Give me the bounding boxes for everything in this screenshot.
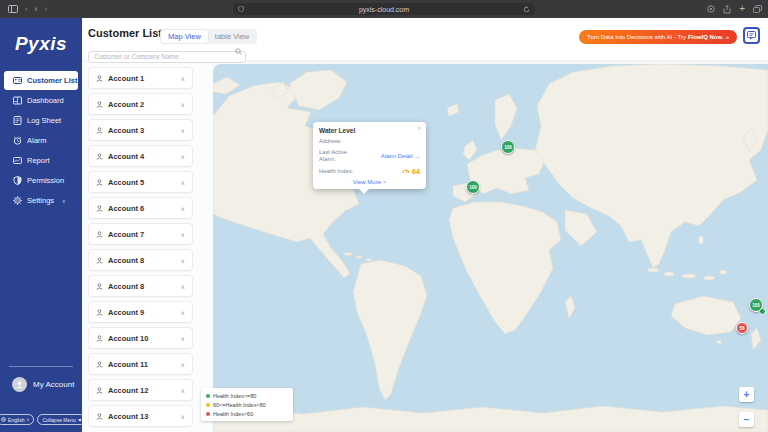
sidebar-item-customer-list[interactable]: Customer List [4,71,78,90]
legend-dot-red [206,412,210,416]
account-row[interactable]: Account 6∧ [88,197,193,219]
map-marker-cluster[interactable]: 100 [749,298,763,312]
privacy-report-icon[interactable] [707,5,715,13]
double-chevron-icon: » [726,34,729,40]
account-row[interactable]: Account 5∧ [88,171,193,193]
alarm-clock-icon [13,136,22,145]
sidebar-item-settings[interactable]: Settings ∨ [4,191,78,210]
user-icon [96,335,103,342]
account-name: Account 8 [108,282,144,291]
account-name: Account 1 [108,74,144,83]
gauge-icon [402,168,410,174]
map-marker-cluster[interactable]: 58 [736,322,748,334]
search-icon[interactable] [235,48,242,55]
map-marker-cluster[interactable]: 100 [501,140,515,154]
app-window: Pyxis Customer List Dashboard Log Sheet … [0,18,768,432]
account-row[interactable]: Account 1∧ [88,67,193,89]
sidebar-item-permission[interactable]: Permission [4,171,78,190]
flowiq-assistant-button[interactable] [743,27,760,44]
flowiq-promo-button[interactable]: Turn Data Into Decisions with AI - Try F… [579,30,737,44]
close-icon[interactable]: × [417,125,421,131]
forward-icon[interactable]: › [45,5,48,14]
sidebar-item-alarm[interactable]: Alarm [4,131,78,150]
sidebar-item-dashboard[interactable]: Dashboard [4,91,78,110]
map-view[interactable]: 100 100 100 58 Water Level × Address: La… [213,64,768,432]
account-name: Account 10 [108,334,148,343]
back-icon[interactable]: ‹ [35,5,38,14]
chevron-icon[interactable]: ∨ [181,101,185,108]
user-icon [96,75,103,82]
new-tab-icon[interactable]: + [739,4,745,14]
account-row[interactable]: Account 8∨ [88,249,193,271]
account-name: Account 7 [108,230,144,239]
avatar [12,377,27,392]
main-content: Customer List(99) Map View table View Tu… [82,18,768,432]
account-row[interactable]: Account 8∧ [88,275,193,297]
legend-dot-yellow [206,403,210,407]
my-account-label: My Account [33,380,74,389]
collapse-menu-label: Collapse Menu [42,417,75,423]
chevron-icon[interactable]: ∧ [181,283,185,290]
shield-icon [13,176,22,185]
collapse-menu-button[interactable]: Collapse Menu ◀ [37,414,85,425]
map-marker-cluster[interactable]: 100 [466,180,480,194]
browser-chrome: ▾ ‹ › pyxis-cloud.com + [0,0,768,18]
url-bar[interactable]: pyxis-cloud.com [233,3,535,15]
chevron-icon[interactable]: ∧ [181,309,185,316]
sidebar-item-report[interactable]: Report [4,151,78,170]
alarm-detail-link[interactable]: Alarm Detail → [381,153,420,159]
sidebar-item-label: Customer List [27,76,77,85]
zoom-out-button[interactable]: − [739,412,754,427]
dashboard-icon [13,96,22,105]
sidebar-item-label: Settings [27,196,54,205]
account-row[interactable]: Account 9∧ [88,301,193,323]
account-row[interactable]: Account 10∧ [88,327,193,349]
reload-icon[interactable] [523,6,530,13]
promo-text: Turn Data Into Decisions with AI - Try [587,34,686,40]
user-icon [96,127,103,134]
user-icon [96,413,103,420]
chevron-icon[interactable]: ∧ [181,179,185,186]
account-row[interactable]: Account 11∧ [88,353,193,375]
chevron-down-icon[interactable]: ▾ [25,7,28,12]
chevron-icon[interactable]: ∧ [181,205,185,212]
zoom-in-button[interactable]: + [739,387,754,402]
user-icon [96,361,103,368]
sidebar-item-log-sheet[interactable]: Log Sheet [4,111,78,130]
view-more-link[interactable]: View More > [319,179,420,185]
share-icon[interactable] [723,5,731,14]
account-row[interactable]: Account 13∨ [88,405,193,427]
chevron-icon[interactable]: ∧ [181,387,185,394]
account-row[interactable]: Account 12∧ [88,379,193,401]
sidebar-toggle-icon[interactable] [8,5,18,13]
chevron-down-icon: ∨ [27,417,30,422]
health-index-value: 64 [412,167,420,176]
chevron-icon[interactable]: ∧ [181,335,185,342]
tab-table-view[interactable]: table View [208,30,256,43]
chevron-icon[interactable]: ∨ [181,413,185,420]
tab-map-view[interactable]: Map View [161,30,208,43]
address-label: Address: [319,138,342,145]
chat-bubble-icon [747,31,756,40]
tab-overview-icon[interactable] [753,5,762,13]
language-selector[interactable]: English ∨ [0,414,34,425]
chevron-icon[interactable]: ∧ [181,361,185,368]
user-icon [96,257,103,264]
account-row[interactable]: Account 3∧ [88,119,193,141]
account-row[interactable]: Account 7∧ [88,223,193,245]
site-permission-icon [238,6,244,12]
chevron-icon[interactable]: ∧ [181,153,185,160]
legend-item: Health Index<60 [206,409,288,418]
my-account-button[interactable]: My Account [0,377,82,392]
chevron-icon[interactable]: ∧ [181,231,185,238]
sidebar-divider [9,366,73,367]
promo-text-bold: FlowIQ Now. [688,34,724,40]
chevron-icon[interactable]: ∧ [181,127,185,134]
account-row[interactable]: Account 4∧ [88,145,193,167]
account-row[interactable]: Account 2∨ [88,93,193,115]
search-input[interactable] [88,51,246,63]
chevron-icon[interactable]: ∧ [181,75,185,82]
chevron-icon[interactable]: ∨ [181,257,185,264]
sidebar-item-label: Report [27,156,50,165]
legend-item: 60<=Health Index<80 [206,400,288,409]
